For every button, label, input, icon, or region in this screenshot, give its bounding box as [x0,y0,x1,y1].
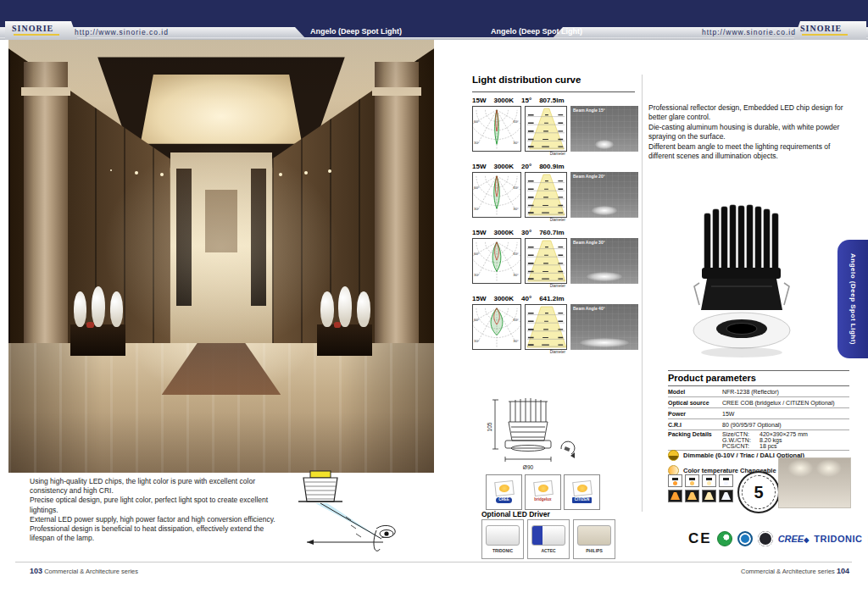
polar-curve-diagram: 60° 60° 30° 30° [472,238,521,284]
svg-text:30°: 30° [474,339,480,343]
side-tab[interactable]: Angelo (Deep Spot Light) [837,240,868,358]
power-value: 15W [472,229,486,236]
beam-render-photo: Beam Angle 15° [570,106,638,152]
description-line: Professional design is beneficial to hea… [30,524,281,543]
footer-right: Commercial & Architecture series 104 [741,567,849,575]
description-line: Using high-quality LED chips, the light … [30,477,281,496]
cct-swatch [702,490,716,502]
packing-item: Size/CTN: 420×390×275 mm [722,431,808,437]
distribution-row: 15W3000K20°800.9lm 60° 60° 30° 30° [472,163,642,218]
cree-logo: CREE◆ [778,534,810,544]
dimension-drawing: 105 Ø90 [483,396,578,474]
distribution-row: 15W3000K40°641.2lm 60° 60° 30° 30° [472,295,642,350]
driver-icon [486,525,520,546]
parameter-value: NFR-1238 (Reflector) [722,389,849,395]
distribution-row: 15W3000K15°807.5lm 60° 60° 30° 30° [472,97,642,152]
certifications-row: CE CREE◆ TRIDONIC IP65 [688,530,868,547]
beam-angle-value: 40° [521,295,531,302]
svg-text:60°: 60° [513,318,519,322]
blue-cert-icon [737,531,753,546]
beam-cone-chart: Diameter [525,304,567,350]
parameter-value: CREE COB (bridgelux / CITIZEN Optional) [722,400,849,406]
bridgelux-chip-logo: bridgelux [531,497,554,503]
series-label: Commercial & Architecture series [44,568,138,575]
green-cert-icon [717,531,732,546]
beam-angle-label: Beam Angle 30° [573,240,605,245]
product-photo [674,202,818,369]
page-number: 104 [837,567,849,575]
svg-text:60°: 60° [474,119,480,124]
sinorie-logo-right: SINORIE [793,21,866,40]
packing-item: G.W./CTN: 8.20 kgs [722,437,808,443]
beam-render-photo: Beam Angle 40° [570,304,638,350]
beam-angle-value: 30° [521,229,531,236]
cct-swatch [685,490,699,502]
driver-option: TRIDONIC [481,519,524,559]
distribution-row: 15W3000K30°760.7lm 60° 60° 30° 30° [472,229,642,284]
svg-text:30°: 30° [474,141,480,145]
light-distribution-title: Light distribution curve [472,75,635,92]
column-divider [642,75,643,512]
led-driver-options: TRIDONIC ACTEC PHILIPS [481,519,615,559]
right-page-description: Professional reflector design, Embedded … [648,103,845,162]
driver-option: PHILIPS [573,519,615,559]
beam-angle-value: 15° [521,97,531,104]
flux-value: 760.7lm [539,229,564,236]
parameter-label: Model [668,389,722,395]
description-line: Precise optical design, pure light color… [30,496,281,514]
svg-text:60°: 60° [513,119,519,124]
page-number: 103 [30,567,42,575]
beam-angle-value: 20° [521,163,531,170]
cree-chip-logo: CREE [496,497,512,503]
cct-swatch [668,474,682,487]
product-parameters-title: Product parameters [668,370,849,386]
svg-text:60°: 60° [474,318,480,322]
website-url-right[interactable]: http://www.sinorie.co.id [702,28,796,36]
dark-cert-icon [758,531,773,546]
parameter-label: Optical source [668,400,722,406]
sinorie-logo-text: SINORIE [800,24,842,33]
beam-cone-chart: Diameter [525,172,567,218]
led-chip-icon [494,480,515,496]
polar-curve-diagram: 60° 60° 30° 30° [472,304,521,350]
svg-text:Ø90: Ø90 [523,464,534,470]
flux-value: 800.9lm [539,163,564,170]
parameter-value: 80 (90/95/97 Optional) [722,422,849,428]
description-line: External LED power supply, high power fa… [30,515,281,524]
header-bar: SINORIE http://www.sinorie.co.id Angelo … [0,0,868,40]
chip-option: CITIZEN [564,474,600,510]
ce-mark: CE [688,530,712,547]
svg-text:30°: 30° [474,207,480,211]
product-name-right: Angelo (Deep Spot Light) [491,27,582,36]
distribution-row-header: 15W3000K30°760.7lm [472,229,642,236]
photo-vignette [8,40,434,473]
application-photo-thumbnail [778,457,851,508]
logo-underline [14,34,59,36]
parameter-label: C.R.I [668,422,722,428]
product-parameters: Product parameters Model NFR-1238 (Refle… [668,370,849,451]
cct-swatch [668,490,682,502]
beam-angle-label: Beam Angle 20° [573,174,605,179]
website-url-left[interactable]: http://www.sinorie.co.id [75,28,169,36]
svg-text:30°: 30° [513,273,519,277]
cct-swatch [719,490,733,502]
svg-text:105: 105 [487,422,492,431]
led-chip-options: CREE bridgelux CITIZEN [486,474,600,510]
driver-icon [577,525,611,546]
packing-details-row: Packing Details Size/CTN: 420×390×275 mm… [668,430,849,451]
logo-underline [802,34,848,36]
footer-left: 103 Commercial & Architecture series [30,567,138,575]
cct-swatch [719,474,733,487]
power-value: 15W [472,97,486,104]
parameter-row: C.R.I 80 (90/95/97 Optional) [668,419,849,430]
polar-curve-diagram: 60° 60° 30° 30° [472,106,521,152]
parameter-value: 15W [722,411,849,417]
cct-value: 3000K [493,229,514,236]
light-distribution-rows: 15W3000K15°807.5lm 60° 60° 30° 30° [472,97,642,361]
cct-value: 3000K [493,163,514,170]
footer-divider [15,562,852,563]
svg-text:60°: 60° [513,186,519,190]
driver-option: ACTEC [527,519,570,559]
flux-value: 641.2lm [539,295,564,302]
parameter-row: Model NFR-1238 (Reflector) [668,386,849,397]
